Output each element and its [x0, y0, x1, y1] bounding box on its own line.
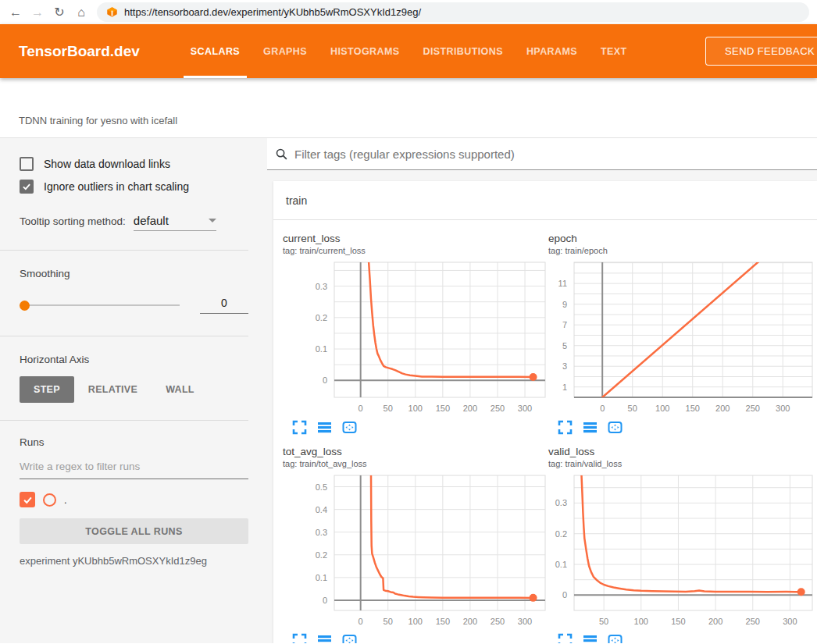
svg-text:0.2: 0.2	[316, 313, 327, 322]
back-icon[interactable]: ←	[5, 2, 27, 23]
svg-text:50: 50	[599, 617, 608, 626]
train-section-card: train current_losstag: train/current_los…	[273, 181, 817, 643]
svg-text:200: 200	[708, 617, 722, 626]
svg-text:0: 0	[600, 404, 605, 413]
app-header: TensorBoard.dev SCALARS GRAPHS HISTOGRAM…	[0, 24, 817, 78]
home-icon[interactable]: ⌂	[70, 2, 92, 23]
smoothing-label: Smoothing	[20, 268, 248, 279]
svg-text:50: 50	[628, 404, 637, 413]
toggle-y-axis-icon[interactable]	[583, 420, 598, 435]
svg-text:0: 0	[359, 404, 363, 413]
chart-actions	[558, 633, 817, 643]
svg-text:0: 0	[359, 617, 363, 626]
tab-hparams[interactable]: HPARAMS	[515, 24, 589, 78]
charts-grid: current_losstag: train/current_loss05010…	[273, 220, 817, 643]
chart-tag: tag: train/valid_loss	[548, 459, 817, 468]
app-logo[interactable]: TensorBoard.dev	[19, 43, 140, 60]
toggle-all-runs-button[interactable]: TOGGLE ALL RUNS	[20, 518, 248, 544]
tab-histograms[interactable]: HISTOGRAMS	[319, 24, 412, 78]
smoothing-slider-thumb[interactable]	[20, 301, 30, 311]
tooltip-sorting-select[interactable]: default	[134, 214, 216, 231]
runs-label: Runs	[20, 436, 248, 448]
svg-text:5: 5	[562, 341, 567, 350]
svg-text:0.3: 0.3	[555, 498, 567, 507]
address-bar[interactable]: https://tensorboard.dev/experiment/yKUbh…	[97, 2, 809, 22]
tensorboard-favicon-icon	[106, 6, 118, 18]
toggle-y-axis-icon[interactable]	[583, 633, 598, 643]
show-download-links-checkbox[interactable]	[20, 157, 34, 171]
svg-text:0.1: 0.1	[555, 560, 567, 569]
svg-text:0.3: 0.3	[316, 282, 327, 291]
sidebar-divider	[0, 336, 248, 336]
smoothing-slider[interactable]	[20, 304, 180, 306]
forward-icon[interactable]: →	[27, 2, 48, 23]
svg-text:250: 250	[491, 617, 505, 626]
tab-graphs[interactable]: GRAPHS	[252, 24, 319, 78]
experiment-caption: experiment yKUbhb5wRmOSXYkId1z9eg	[20, 555, 248, 567]
url-text: https://tensorboard.dev/experiment/yKUbh…	[124, 6, 421, 18]
chart-card-valid_loss: valid_losstag: train/valid_loss501001502…	[539, 446, 817, 643]
svg-text:0: 0	[323, 375, 327, 385]
svg-text:9: 9	[562, 300, 567, 309]
chart-card-epoch: epochtag: train/epoch0501001502002503001…	[539, 233, 817, 435]
chart-card-current_loss: current_losstag: train/current_loss05010…	[273, 233, 539, 435]
expand-chart-icon[interactable]	[558, 420, 573, 435]
axis-wall-button[interactable]: WALL	[152, 376, 209, 403]
svg-text:250: 250	[746, 404, 760, 413]
svg-text:150: 150	[436, 617, 450, 626]
tooltip-sorting-value: default	[134, 214, 169, 227]
send-feedback-button[interactable]: SEND FEEDBACK	[705, 37, 817, 66]
axis-relative-button[interactable]: RELATIVE	[74, 376, 152, 403]
expand-chart-icon[interactable]	[292, 633, 307, 643]
chart-actions	[292, 633, 539, 643]
svg-text:100: 100	[634, 617, 648, 626]
fit-domain-to-data-icon[interactable]	[608, 633, 623, 643]
fit-domain-to-data-icon[interactable]	[608, 420, 623, 435]
svg-text:0: 0	[323, 596, 327, 605]
expand-chart-icon[interactable]	[558, 633, 573, 643]
tab-scalars[interactable]: SCALARS	[179, 24, 252, 78]
ignore-outliers-checkbox[interactable]	[20, 180, 34, 194]
run-color-swatch	[43, 493, 56, 507]
chart-plot-current_loss[interactable]: 05010015020025030000.10.20.3	[273, 262, 550, 417]
tab-distributions[interactable]: DISTRIBUTIONS	[411, 24, 514, 78]
svg-text:0.1: 0.1	[316, 344, 327, 354]
axis-step-button[interactable]: STEP	[20, 376, 74, 403]
svg-text:3: 3	[562, 361, 567, 371]
nav-tabs: SCALARS GRAPHS HISTOGRAMS DISTRIBUTIONS …	[179, 24, 639, 78]
run-checkbox[interactable]	[20, 492, 35, 507]
svg-text:0.2: 0.2	[316, 550, 327, 560]
expand-chart-icon[interactable]	[292, 420, 307, 435]
tab-text[interactable]: TEXT	[589, 24, 639, 78]
tooltip-sorting-label: Tooltip sorting method:	[20, 215, 126, 227]
svg-text:50: 50	[384, 404, 393, 413]
svg-text:150: 150	[436, 404, 450, 413]
sidebar-divider	[0, 420, 248, 421]
fit-domain-to-data-icon[interactable]	[342, 420, 357, 435]
svg-text:7: 7	[562, 320, 567, 329]
svg-text:100: 100	[408, 617, 423, 626]
svg-text:300: 300	[518, 404, 532, 413]
tag-filter-input[interactable]: Filter tags (regular expressions support…	[267, 138, 817, 170]
svg-text:300: 300	[518, 617, 532, 626]
fit-domain-to-data-icon[interactable]	[342, 633, 357, 643]
runs-filter-input[interactable]: Write a regex to filter runs	[20, 459, 248, 479]
svg-text:300: 300	[783, 617, 797, 626]
chart-title: current_loss	[283, 233, 539, 244]
chevron-down-icon	[209, 219, 216, 222]
smoothing-value-field[interactable]: 0	[200, 297, 248, 314]
chart-tag: tag: train/tot_avg_loss	[283, 459, 539, 468]
chart-plot-valid_loss[interactable]: 5010015020025030000.10.20.3	[539, 475, 817, 630]
runs-filter-placeholder: Write a regex to filter runs	[20, 461, 140, 472]
svg-text:150: 150	[686, 404, 700, 413]
svg-text:150: 150	[671, 617, 685, 626]
train-section-header[interactable]: train	[273, 181, 817, 220]
svg-text:0.5: 0.5	[316, 482, 327, 492]
toggle-y-axis-icon[interactable]	[317, 420, 332, 435]
chart-plot-epoch[interactable]: 0501001502002503001357911	[539, 262, 817, 417]
toggle-y-axis-icon[interactable]	[317, 633, 332, 643]
svg-text:100: 100	[655, 404, 669, 413]
reload-icon[interactable]: ↻	[48, 2, 70, 23]
chart-plot-tot_avg_loss[interactable]: 05010015020025030000.10.20.30.40.5	[273, 475, 550, 630]
horizontal-axis-label: Horizontal Axis	[20, 354, 248, 365]
